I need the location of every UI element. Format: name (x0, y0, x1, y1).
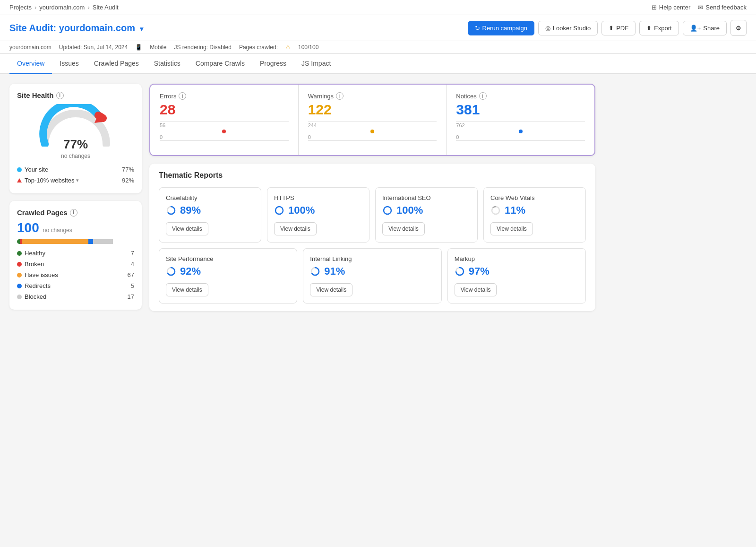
gauge-label: no changes (61, 153, 90, 159)
errors-top-line (160, 122, 289, 122)
markup-icon (455, 266, 465, 277)
crawled-pages-card: Crawled Pages i 100 no changes Healthy 7 (9, 201, 142, 310)
main-content: Site Health i 77% no changes (0, 74, 605, 321)
sub-device-icon: 📱 (135, 44, 142, 51)
tab-js-impact[interactable]: JS Impact (294, 54, 338, 74)
rerun-campaign-button[interactable]: ↻ Rerun campaign (468, 21, 534, 35)
header: Site Audit: yourdomain.com ▾ ↻ Rerun cam… (0, 15, 756, 41)
pages-count-row: 100 no changes (17, 220, 134, 235)
notices-info-icon[interactable]: i (479, 92, 487, 100)
crawled-pages-title: Crawled Pages i (17, 208, 134, 217)
notices-chart: 762 0 (456, 122, 585, 148)
tab-overview[interactable]: Overview (9, 54, 52, 74)
left-panel: Site Health i 77% no changes (9, 84, 142, 311)
site-performance-icon (166, 266, 176, 277)
top10-dropdown-icon[interactable]: ▾ (76, 177, 79, 183)
top10-triangle-icon (17, 178, 22, 182)
right-content: Errors i 28 56 0 Warnings i 122 (149, 84, 595, 311)
tab-issues[interactable]: Issues (52, 54, 86, 74)
page-title: Site Audit: yourdomain.com ▾ (9, 23, 143, 34)
crawlability-icon (166, 205, 176, 216)
warnings-bottom-line (308, 140, 437, 141)
sub-pages-count: 100/100 (298, 44, 318, 51)
report-internal-linking: Internal Linking 91% View details (303, 248, 441, 304)
notices-top-line (456, 122, 585, 122)
help-icon: ⊞ (652, 4, 657, 11)
pb-redirects (88, 239, 93, 244)
sub-updated: Updated: Sun, Jul 14, 2024 (59, 44, 128, 51)
nav-tabs: Overview Issues Crawled Pages Statistics… (0, 54, 756, 74)
site-health-card: Site Health i 77% no changes (9, 84, 142, 193)
breadcrumb-sep1: › (34, 4, 36, 11)
errors-info-icon[interactable]: i (179, 92, 186, 100)
markup-view-details-button[interactable]: View details (455, 283, 497, 296)
tab-compare-crawls[interactable]: Compare Crawls (188, 54, 252, 74)
tab-crawled-pages[interactable]: Crawled Pages (86, 54, 146, 74)
feedback-icon: ✉ (698, 4, 703, 11)
header-left: Site Audit: yourdomain.com ▾ (9, 23, 143, 34)
notices-label: Notices i (456, 92, 585, 100)
header-right: ↻ Rerun campaign ◎ Looker Studio ⬆ PDF ⬆… (468, 20, 747, 36)
export-button[interactable]: ⬆ Export (639, 21, 679, 35)
errors-bottom-line (160, 140, 289, 141)
notices-dot (519, 130, 523, 133)
report-markup: Markup 97% View details (447, 248, 586, 304)
breadcrumb-projects[interactable]: Projects (9, 4, 32, 11)
notices-bottom-line (456, 140, 585, 141)
send-feedback-link[interactable]: ✉ Send feedback (698, 4, 747, 11)
sub-device: Mobile (150, 44, 166, 51)
domain-dropdown-icon[interactable]: ▾ (140, 25, 143, 33)
tab-progress[interactable]: Progress (252, 54, 294, 74)
errors-section: Errors i 28 56 0 (150, 85, 299, 155)
warnings-section: Warnings i 122 244 0 (299, 85, 447, 155)
legend-healthy: Healthy 7 (17, 248, 134, 259)
https-view-details-button[interactable]: View details (274, 222, 317, 235)
legend-blocked: Blocked 17 (17, 291, 134, 302)
tab-statistics[interactable]: Statistics (146, 54, 188, 74)
core-web-vitals-icon (490, 205, 501, 216)
international-seo-icon (382, 205, 393, 216)
help-center-link[interactable]: ⊞ Help center (652, 4, 690, 11)
svg-point-3 (275, 207, 283, 214)
notices-section: Notices i 381 762 0 (447, 85, 594, 155)
report-site-performance: Site Performance 92% View details (159, 248, 297, 304)
your-site-dot (17, 167, 22, 172)
reports-row1: Crawlability 89% View details HTTPS (159, 187, 586, 243)
pdf-button[interactable]: ⬆ PDF (601, 21, 636, 35)
warning-icon: ⚠ (285, 44, 291, 51)
warnings-top-line (308, 122, 437, 122)
healthy-dot (17, 251, 22, 256)
legend-redirects: Redirects 5 (17, 280, 134, 291)
top-actions: ⊞ Help center ✉ Send feedback (652, 4, 747, 11)
breadcrumb-sep2: › (87, 4, 89, 11)
report-https: HTTPS 100% View details (267, 187, 369, 243)
breadcrumb-site-audit[interactable]: Site Audit (93, 4, 119, 11)
site-performance-view-details-button[interactable]: View details (166, 283, 208, 296)
breadcrumb: Projects › yourdomain.com › Site Audit (9, 4, 119, 11)
issues-dot (17, 273, 22, 278)
report-crawlability: Crawlability 89% View details (159, 187, 261, 243)
internal-linking-view-details-button[interactable]: View details (310, 283, 352, 296)
share-icon: 👤+ (690, 25, 701, 32)
pb-healthy (17, 239, 20, 244)
core-web-vitals-view-details-button[interactable]: View details (490, 222, 533, 235)
international-seo-view-details-button[interactable]: View details (382, 222, 425, 235)
crawlability-view-details-button[interactable]: View details (166, 222, 208, 235)
share-button[interactable]: 👤+ Share (683, 21, 727, 35)
warnings-info-icon[interactable]: i (336, 92, 344, 100)
settings-button[interactable]: ⚙ (730, 20, 747, 36)
your-site-legend: Your site 77% (17, 164, 134, 175)
top10-legend: Top-10% websites ▾ 92% (17, 175, 134, 186)
breadcrumb-domain[interactable]: yourdomain.com (39, 4, 85, 11)
errors-dot (222, 130, 226, 133)
warnings-value: 122 (308, 102, 437, 118)
crawled-pages-info-icon[interactable]: i (70, 209, 77, 217)
legend-broken: Broken 4 (17, 259, 134, 269)
gauge-value: 77% (61, 137, 90, 152)
https-icon (274, 205, 284, 216)
looker-studio-button[interactable]: ◎ Looker Studio (538, 21, 598, 35)
domain-title: yourdomain.com (59, 23, 135, 33)
pdf-icon: ⬆ (609, 25, 614, 32)
sub-js: JS rendering: Disabled (174, 44, 232, 51)
site-health-info-icon[interactable]: i (56, 92, 64, 99)
